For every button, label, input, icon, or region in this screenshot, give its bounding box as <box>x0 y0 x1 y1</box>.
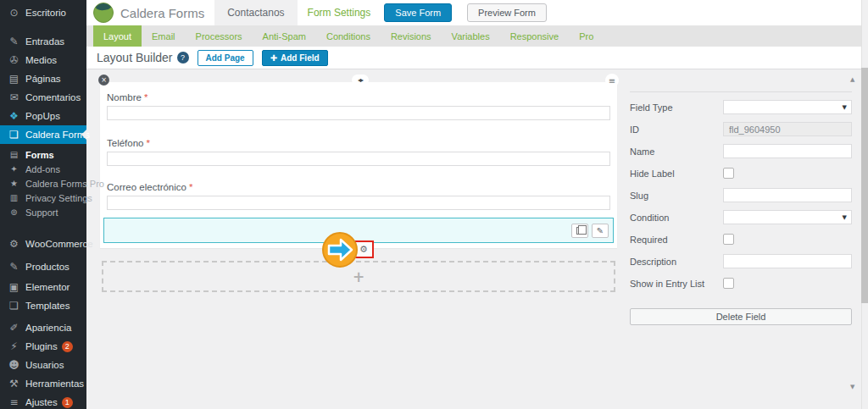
field-preview-nombre: Nombre* <box>107 92 610 120</box>
tab-anti-spam[interactable]: Anti-Spam <box>253 25 316 47</box>
field-name-input[interactable] <box>723 144 852 158</box>
submenu-item-caldera-forms-pro[interactable]: ★ Caldera Forms Pro <box>0 176 86 191</box>
caldera-forms-submenu: ▤ Forms ✦ Add-ons ★ Caldera Forms Pro ▥ … <box>0 144 86 221</box>
sidebar-item-label: WooCommerce <box>25 239 93 249</box>
sidebar-item-comentarios[interactable]: ✉ Comentarios <box>0 88 86 107</box>
form-name-tab[interactable]: Contactanos <box>214 0 297 25</box>
field-input-telefono[interactable] <box>107 152 610 166</box>
sidebar-item-label: Ajustes <box>25 397 58 407</box>
submenu-item-support[interactable]: ⊚ Support <box>0 205 86 219</box>
submenu-item-add-ons[interactable]: ✦ Add-ons <box>0 162 86 176</box>
tab-responsive[interactable]: Responsive <box>500 25 569 47</box>
tab-email[interactable]: Email <box>142 25 186 47</box>
sidebar-item-productos[interactable]: ✎ Productos <box>0 257 86 276</box>
sidebar-item-escritorio[interactable]: ⊙ Escritorio <box>0 3 86 22</box>
sidebar-item-plugins[interactable]: ⚡ Plugins 2 <box>0 337 86 356</box>
sidebar-item-label: Apariencia <box>25 323 71 333</box>
form-settings-link[interactable]: Form Settings <box>308 7 371 19</box>
submenu-item-label: Caldera Forms Pro <box>25 179 104 189</box>
brush-icon: ✐ <box>8 322 20 334</box>
save-form-button[interactable]: Save Form <box>384 3 452 22</box>
field-label-text: Teléfono <box>107 138 143 148</box>
sidebar-item-apariencia[interactable]: ✐ Apariencia <box>0 318 86 337</box>
sidebar-item-herramientas[interactable]: ⚒ Herramientas <box>0 374 86 393</box>
row-drag-handle-icon[interactable]: ≡ <box>605 74 619 87</box>
submenu-item-label: Support <box>25 207 58 218</box>
preview-form-button[interactable]: Preview Form <box>467 3 547 22</box>
vertical-scrollbar[interactable] <box>861 0 868 409</box>
tab-conditions[interactable]: Conditions <box>316 25 381 47</box>
required-label: Required <box>630 235 723 245</box>
sidebar-item-ajustes[interactable]: ≡ Ajustes 1 <box>0 393 86 409</box>
sidebar-item-caldera-forms[interactable]: ❏ Caldera Forms <box>0 125 86 144</box>
user-icon: ☻ <box>8 359 20 371</box>
required-asterisk: * <box>146 138 149 148</box>
sidebar-item-medios[interactable]: ✇ Medios <box>0 51 86 69</box>
field-settings-panel: Field Type ▼ ID Name Hide Label Slug Con… <box>630 91 852 325</box>
pages-icon: ▤ <box>8 73 20 85</box>
pin-icon: ✎ <box>8 261 20 273</box>
slug-input[interactable] <box>723 188 852 202</box>
sidebar-item-label: Entradas <box>25 36 64 47</box>
star-icon: ★ <box>8 179 20 188</box>
tab-revisions[interactable]: Revisions <box>381 25 442 47</box>
plugin-icon: ⚡ <box>8 340 20 352</box>
main-area: Caldera Forms Contactanos Form Settings … <box>86 0 868 409</box>
field-label-text: Nombre <box>107 92 142 102</box>
builder-title: Layout Builder <box>97 51 173 64</box>
top-header: Caldera Forms Contactanos Form Settings … <box>86 0 868 25</box>
tab-processors[interactable]: Processors <box>186 25 253 47</box>
condition-select[interactable]: ▼ <box>723 210 852 224</box>
description-input[interactable] <box>723 254 852 268</box>
tab-variables[interactable]: Variables <box>442 25 500 47</box>
copy-icon <box>576 227 583 235</box>
column-resize-handle-icon[interactable]: ◂▸ <box>352 75 369 86</box>
caldera-logo <box>93 3 114 23</box>
slug-label: Slug <box>630 191 723 201</box>
sidebar-item-label: Productos <box>25 262 70 272</box>
edit-field-button[interactable]: ✎ <box>592 224 609 238</box>
required-asterisk: * <box>144 92 147 102</box>
sidebar-item-label: Elementor <box>25 282 70 292</box>
required-checkbox[interactable] <box>723 234 734 245</box>
sidebar-item-usuarios[interactable]: ☻ Usuarios <box>0 356 86 374</box>
field-input-nombre[interactable] <box>107 106 610 120</box>
annotation-arrow <box>321 231 359 268</box>
media-icon: ✇ <box>8 54 20 66</box>
duplicate-field-button[interactable] <box>571 224 588 238</box>
scrollbar-thumb[interactable] <box>861 68 868 303</box>
help-icon[interactable]: ? <box>177 52 189 64</box>
panel-scroll-down-icon[interactable]: ▼ <box>850 384 854 390</box>
field-label: Nombre* <box>107 92 610 102</box>
panel-scroll-up-icon[interactable]: ▲ <box>850 76 854 83</box>
add-field-button[interactable]: ✚ Add Field <box>262 50 328 66</box>
sidebar-item-paginas[interactable]: ▤ Páginas <box>0 69 86 88</box>
field-preview-correo: Correo electrónico* <box>107 182 610 210</box>
selected-field-row[interactable]: ✎ <box>103 218 614 243</box>
field-input-correo[interactable] <box>107 196 610 210</box>
field-type-select[interactable]: ▼ <box>723 100 852 114</box>
sidebar-item-entradas[interactable]: ✎ Entradas <box>0 32 86 51</box>
sidebar-item-popups[interactable]: ❖ PopUps <box>0 107 86 125</box>
field-label: Correo electrónico* <box>107 182 610 192</box>
ajustes-update-badge: 1 <box>62 397 73 408</box>
move-icon: ✚ <box>270 53 277 63</box>
add-row-dropzone[interactable]: + <box>102 261 615 292</box>
tab-pro[interactable]: Pro <box>569 25 604 47</box>
add-page-button[interactable]: Add Page <box>198 50 253 66</box>
submenu-item-forms[interactable]: ▤ Forms <box>0 147 86 162</box>
hide-label-checkbox[interactable] <box>723 168 734 179</box>
tab-layout[interactable]: Layout <box>93 25 142 47</box>
remove-row-icon[interactable]: × <box>98 75 109 86</box>
sidebar-item-label: Comentarios <box>25 92 81 102</box>
sidebar-item-templates[interactable]: ❏ Templates <box>0 296 86 315</box>
sidebar-item-elementor[interactable]: ▣ Elementor <box>0 278 86 296</box>
show-in-entry-list-checkbox[interactable] <box>723 278 734 289</box>
delete-field-button[interactable]: Delete Field <box>630 308 852 325</box>
submenu-item-privacy-settings[interactable]: ▥ Privacy Settings <box>0 191 86 205</box>
folder-icon: ❏ <box>8 300 20 312</box>
layout-builder-toolbar: Layout Builder ? Add Page ✚ Add Field <box>86 47 868 69</box>
sidebar-item-label: Caldera Forms <box>25 130 90 140</box>
submenu-item-label: Forms <box>25 150 54 160</box>
sidebar-item-woocommerce[interactable]: ⚙ WooCommerce <box>0 235 86 253</box>
